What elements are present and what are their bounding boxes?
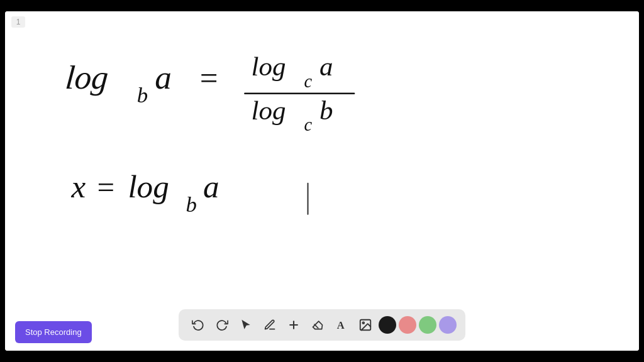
svg-text:a: a <box>203 168 219 204</box>
svg-text:log: log <box>252 52 286 81</box>
undo-button[interactable] <box>187 314 209 336</box>
select-button[interactable] <box>235 314 257 336</box>
svg-text:=: = <box>200 60 218 96</box>
text-icon: A <box>335 318 348 332</box>
svg-text:=: = <box>97 170 114 204</box>
undo-icon <box>192 319 204 331</box>
eraser-icon <box>311 319 324 331</box>
color-black-button[interactable] <box>379 316 396 334</box>
color-pink-button[interactable] <box>399 316 416 334</box>
svg-text:A: A <box>337 319 345 331</box>
math-drawing: log b a = log c a log c b x = log b a <box>5 11 639 307</box>
svg-text:log: log <box>64 59 110 96</box>
redo-icon <box>216 319 228 331</box>
svg-text:a: a <box>155 59 172 96</box>
svg-text:b: b <box>186 192 196 217</box>
eraser-button[interactable] <box>307 314 328 336</box>
add-button[interactable] <box>283 314 304 336</box>
page-number: 1 <box>11 16 25 28</box>
image-button[interactable] <box>355 314 376 336</box>
svg-text:log: log <box>252 96 286 125</box>
svg-text:c: c <box>304 115 312 134</box>
pen-button[interactable] <box>259 314 280 336</box>
svg-text:c: c <box>304 72 312 91</box>
text-button[interactable]: A <box>331 314 352 336</box>
main-screen: 1 log b a = log c a log c b x = log <box>5 11 639 351</box>
svg-text:a: a <box>319 52 333 81</box>
svg-text:b: b <box>137 83 148 107</box>
pen-icon <box>264 319 276 331</box>
canvas-area[interactable]: 1 log b a = log c a log c b x = log <box>5 11 639 307</box>
plus-icon <box>287 319 300 331</box>
color-green-button[interactable] <box>419 316 436 334</box>
toolbar: A <box>179 309 465 341</box>
svg-text:b: b <box>319 96 333 125</box>
redo-button[interactable] <box>211 314 233 336</box>
svg-text:x: x <box>71 168 86 204</box>
toolbar-container: Stop Recording <box>5 307 639 351</box>
cursor-icon <box>240 319 252 331</box>
image-icon <box>358 318 372 332</box>
svg-text:log: log <box>128 168 169 204</box>
color-purple-button[interactable] <box>439 316 457 334</box>
stop-recording-button[interactable]: Stop Recording <box>15 321 92 343</box>
svg-point-21 <box>362 322 364 324</box>
